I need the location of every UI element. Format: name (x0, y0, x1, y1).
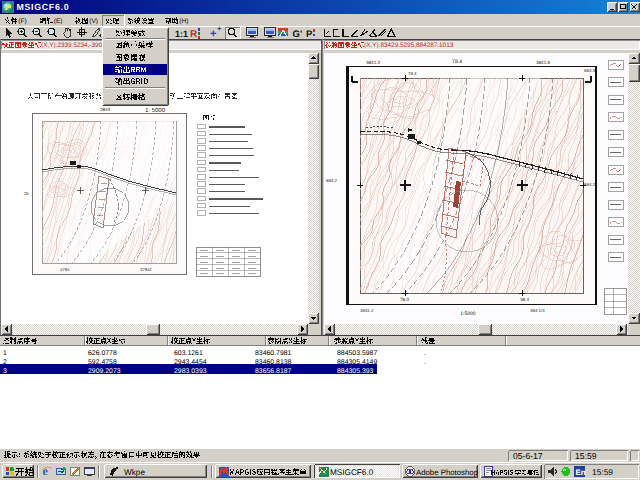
svg-text:1:1: 1:1 (175, 29, 188, 39)
svg-text:Adobe Photoshop: Adobe Photoshop (416, 468, 479, 477)
svg-text:R: R (190, 29, 198, 40)
svg-text:1: 1 (3, 350, 7, 357)
svg-text:2983.0393: 2983.0393 (174, 368, 207, 375)
svg-text:05-6-17: 05-6-17 (513, 451, 543, 461)
svg-text:2909.2073: 2909.2073 (88, 368, 121, 375)
svg-text:+: + (210, 28, 216, 40)
svg-text:(H): (H) (179, 18, 188, 25)
svg-text:.: . (424, 350, 426, 357)
svg-text:P: P (306, 29, 313, 40)
svg-text:83656.8187: 83656.8187 (255, 368, 292, 375)
svg-text:38.4: 38.4 (520, 297, 529, 302)
svg-text:(E): (E) (54, 18, 63, 25)
svg-text:37842: 37842 (140, 267, 152, 272)
svg-text:G': G' (293, 29, 303, 40)
svg-text:MSIGCF6.0: MSIGCF6.0 (17, 2, 70, 12)
svg-text:+: + (217, 24, 222, 33)
svg-text:15:59: 15:59 (592, 467, 613, 477)
svg-text:25: 25 (24, 191, 29, 196)
svg-text:3841.2: 3841.2 (360, 308, 374, 313)
svg-text:78.4: 78.4 (452, 59, 462, 65)
svg-text:1:5000: 1:5000 (460, 311, 476, 317)
svg-text:78.0: 78.0 (400, 297, 409, 302)
svg-text:884.2: 884.2 (326, 178, 338, 183)
svg-text:884.3: 884.3 (584, 68, 596, 73)
svg-text:884503.5987: 884503.5987 (337, 350, 377, 357)
svg-text:.: . (424, 368, 426, 375)
svg-text:78.4: 78.4 (408, 71, 417, 76)
svg-text:MSIGCF6.0: MSIGCF6.0 (330, 468, 374, 477)
svg-text:(F): (F) (18, 18, 26, 25)
svg-text:3841.2: 3841.2 (366, 60, 380, 65)
svg-text:4784: 4784 (60, 267, 70, 272)
svg-text:384 1/4: 384 1/4 (530, 308, 545, 313)
svg-text:(X,Y):83429.5295,884287.1013: (X,Y):83429.5295,884287.1013 (364, 42, 454, 49)
svg-text:884305.393: 884305.393 (337, 368, 374, 375)
svg-text:3841.6: 3841.6 (536, 60, 550, 65)
svg-text:e: e (43, 464, 49, 478)
svg-text:1: 5000: 1: 5000 (145, 107, 166, 114)
svg-text:(V): (V) (89, 18, 98, 25)
svg-text:603.1261: 603.1261 (174, 350, 203, 357)
svg-text:.: . (424, 359, 426, 366)
svg-text:Wkpe: Wkpe (124, 468, 145, 477)
svg-text:15:59: 15:59 (575, 451, 597, 461)
svg-text:626.0778: 626.0778 (88, 350, 117, 357)
svg-text:83460.7981: 83460.7981 (255, 350, 292, 357)
svg-text:En: En (576, 468, 586, 477)
svg-text:3: 3 (3, 368, 7, 375)
svg-text:2843: 2843 (100, 107, 111, 112)
